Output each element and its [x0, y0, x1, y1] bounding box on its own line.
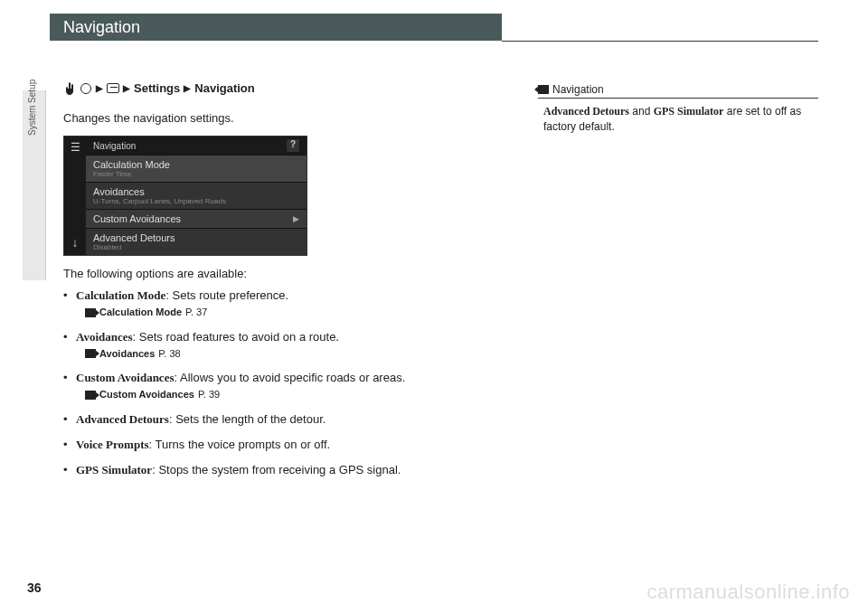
- option-item: Voice Prompts: Turns the voice prompts o…: [63, 437, 515, 453]
- ref-page: P. 38: [158, 347, 180, 361]
- screenshot-row: Custom Avoidances ▶: [86, 209, 307, 228]
- row-title: Custom Avoidances: [93, 213, 181, 224]
- screenshot-row: Advanced Detours Disabled: [86, 228, 307, 255]
- breadcrumb-settings: Settings: [134, 81, 180, 95]
- intro-text: Changes the navigation settings.: [63, 111, 515, 125]
- screenshot-title: Navigation: [93, 141, 136, 151]
- option-name: Avoidances: [76, 330, 133, 344]
- note-mid: and: [629, 105, 654, 118]
- sidebar-section-label: System Setup: [27, 80, 37, 136]
- help-icon: ?: [287, 139, 299, 152]
- side-note-title: Navigation: [552, 83, 604, 96]
- row-sub: U-Turns, Carpool Lanes, Unpaved Roads: [93, 197, 299, 205]
- cross-ref: Custom Avoidances P. 39: [76, 388, 515, 401]
- row-title: Calculation Mode: [93, 159, 299, 170]
- ref-arrow-icon: [85, 308, 96, 317]
- option-desc: : Allows you to avoid specific roads or …: [174, 371, 405, 384]
- option-desc: : Stops the system from receiving a GPS …: [152, 463, 401, 476]
- option-name: Voice Prompts: [76, 438, 149, 451]
- ui-screenshot: ☰ ↓ Navigation ? Calculation Mode Faster…: [63, 136, 307, 256]
- ref-label: Calculation Mode: [99, 306, 182, 319]
- ref-page: P. 37: [185, 306, 207, 319]
- option-item: Avoidances: Sets road features to avoid …: [63, 329, 515, 362]
- side-note-header: Navigation: [538, 83, 818, 99]
- option-name: Calculation Mode: [76, 288, 165, 302]
- header-rule: [502, 41, 818, 42]
- note-arrow-icon: [538, 85, 549, 94]
- watermark: carmanualsonline.info: [646, 580, 850, 604]
- breadcrumb: ▶ ▶ Settings ▶ Navigation: [63, 81, 515, 95]
- main-content: ▶ ▶ Settings ▶ Navigation Changes the na…: [63, 81, 515, 487]
- chevron-right-icon: ▶: [123, 83, 130, 93]
- back-key-icon: [107, 82, 119, 95]
- option-desc: : Sets the length of the detour.: [169, 412, 326, 426]
- menu-icon: ☰: [71, 142, 80, 153]
- note-bold-1: Advanced Detours: [543, 105, 629, 118]
- breadcrumb-navigation: Navigation: [194, 81, 254, 95]
- cross-ref: Avoidances P. 38: [76, 347, 515, 361]
- option-name: Advanced Detours: [76, 412, 169, 426]
- option-item: Calculation Mode: Sets route preference.…: [63, 288, 515, 320]
- option-desc: : Sets road features to avoid on a route…: [133, 330, 339, 344]
- side-note: Navigation Advanced Detours and GPS Simu…: [538, 83, 818, 135]
- ref-label: Custom Avoidances: [99, 388, 194, 401]
- option-item: GPS Simulator: Stops the system from rec…: [63, 462, 515, 478]
- chevron-right-icon: ▶: [293, 214, 299, 223]
- chevron-right-icon: ▶: [184, 83, 191, 93]
- row-sub: Disabled: [93, 243, 299, 251]
- arrow-down-icon: ↓: [72, 235, 79, 250]
- screenshot-row: Avoidances U-Turns, Carpool Lanes, Unpav…: [86, 182, 307, 209]
- chevron-right-icon: ▶: [96, 83, 103, 93]
- row-title: Advanced Detours: [93, 232, 299, 243]
- screenshot-body: Navigation ? Calculation Mode Faster Tim…: [86, 137, 307, 255]
- cross-ref: Calculation Mode P. 37: [76, 306, 515, 319]
- side-note-body: Advanced Detours and GPS Simulator are s…: [538, 104, 818, 135]
- ref-arrow-icon: [85, 349, 96, 358]
- page-number: 36: [27, 580, 42, 595]
- home-circle-icon: [80, 82, 92, 95]
- hand-icon: [63, 82, 76, 95]
- option-desc: : Turns the voice prompts on or off.: [149, 438, 331, 451]
- options-intro: The following options are available:: [63, 267, 515, 280]
- page-title: Navigation: [63, 18, 140, 37]
- ref-page: P. 39: [198, 388, 220, 401]
- option-desc: : Sets route preference.: [165, 288, 288, 302]
- ref-label: Avoidances: [99, 347, 155, 361]
- ref-arrow-icon: [85, 391, 96, 400]
- screenshot-title-bar: Navigation ?: [86, 137, 307, 155]
- row-title: Avoidances: [93, 186, 299, 197]
- row-sub: Faster Time: [93, 170, 299, 178]
- option-item: Custom Avoidances: Allows you to avoid s…: [63, 370, 515, 402]
- option-item: Advanced Detours: Sets the length of the…: [63, 411, 515, 428]
- options-list: Calculation Mode: Sets route preference.…: [63, 288, 515, 478]
- screenshot-sidebar: ☰ ↓: [64, 137, 86, 255]
- option-name: Custom Avoidances: [76, 371, 174, 384]
- screenshot-row: Calculation Mode Faster Time: [86, 155, 307, 182]
- page-header: Navigation: [50, 14, 502, 41]
- option-name: GPS Simulator: [76, 463, 152, 476]
- note-bold-2: GPS Simulator: [654, 105, 724, 118]
